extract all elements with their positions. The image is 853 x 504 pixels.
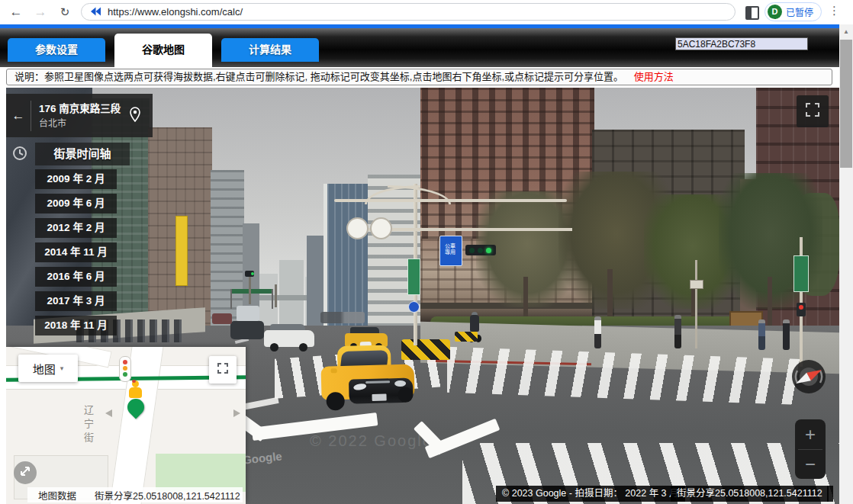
minimap-expand-button[interactable] (14, 461, 37, 484)
green-street-sign (407, 258, 420, 295)
traffic-light-icon (119, 356, 131, 382)
tab-parameters[interactable]: 参数设置 (8, 38, 105, 62)
timeline-item[interactable]: 2009 年 2 月 (35, 169, 117, 189)
bus-lane-sign: 公車專用 (439, 236, 462, 266)
distant-gantry (230, 289, 273, 294)
cars-distant (320, 312, 365, 323)
car (230, 321, 264, 339)
address-title: 176 南京東路三段 (39, 102, 130, 117)
taxi (320, 342, 420, 418)
clock-icon (12, 146, 27, 164)
panel-icon[interactable] (745, 6, 759, 20)
scroll-up-icon[interactable]: ▲ (839, 28, 853, 35)
map-data-label[interactable]: 地图数据 (38, 488, 76, 502)
profile-badge[interactable]: D 已暂停 (764, 2, 822, 21)
compass-control[interactable] (791, 359, 826, 394)
timeline-item[interactable]: 2009 年 6 月 (35, 194, 117, 213)
car-white (264, 323, 314, 352)
forward-icon[interactable]: → (31, 2, 50, 22)
address-text: 176 南京東路三段 台北市 (31, 102, 130, 130)
fullscreen-icon (806, 103, 819, 120)
wheel (398, 387, 414, 403)
back-icon[interactable]: ← (6, 2, 26, 22)
pedestrian (758, 319, 765, 350)
street-view-panel: 公車專用 (6, 88, 839, 504)
usage-link[interactable]: 使用方法 (634, 71, 674, 82)
signal-lens (469, 248, 475, 253)
round-sign (346, 217, 369, 239)
minimap-fullscreen-button[interactable] (209, 356, 237, 384)
license-plate (372, 393, 386, 400)
blue-round-sign (408, 301, 420, 313)
zoom-in-button[interactable]: + (795, 419, 826, 449)
timeline-item[interactable]: 2018 年 11 月 (35, 316, 117, 335)
gantry-post (272, 289, 273, 309)
mini-map[interactable]: 地图 ▾ 辽宁街 地图数据 (6, 347, 246, 504)
pedestrian (594, 316, 601, 348)
url-bar[interactable]: https://www.elongshi.com/calc/ (81, 3, 736, 21)
share-coords-label[interactable]: 街景分享25.0518008,121.5421112 (95, 488, 240, 502)
back-arrow-icon[interactable]: ← (6, 108, 31, 124)
map-type-label: 地图 (33, 361, 56, 377)
signal-pole (249, 275, 251, 304)
scrollbar[interactable]: ▲ (839, 24, 853, 504)
pegman-cap (132, 380, 136, 383)
signal-lens-green (251, 272, 254, 275)
bus-lane-sign-text: 公車專用 (444, 243, 456, 255)
reload-icon[interactable]: ↻ (55, 2, 75, 22)
fullscreen-icon (217, 363, 228, 377)
attribution-stub (827, 486, 833, 502)
tab-results[interactable]: 计算结果 (221, 38, 319, 62)
avatar: D (768, 5, 782, 19)
signal-lens (478, 248, 483, 253)
car (212, 313, 232, 324)
address-card: ← 176 南京東路三段 台北市 (6, 94, 153, 137)
round-sign (370, 217, 392, 239)
timeline-item[interactable]: 2014 年 11 月 (35, 242, 117, 262)
green-street-sign (793, 255, 809, 292)
pedestrian (783, 319, 790, 350)
chevron-down-icon: ▾ (60, 364, 64, 372)
minimap-attribution: 地图数据 街景分享25.0518008,121.5421112 (27, 487, 243, 502)
zoom-out-button[interactable]: − (795, 449, 826, 479)
gantry-post (230, 289, 232, 309)
google-watermark: © 2022 Google (310, 432, 433, 450)
instruction-text: 说明：参照卫星图像点选两点可获得海拔数据,右键点击可删除标记, 拖动标记可改变其… (14, 71, 623, 82)
map-park-block (156, 454, 246, 492)
instruction-bar: 说明：参照卫星图像点选两点可获得海拔数据,右键点击可删除标记, 拖动标记可改变其… (6, 69, 832, 85)
url-text[interactable]: https://www.elongshi.com/calc/ (108, 6, 243, 18)
nav-arrow-left[interactable] (105, 409, 112, 417)
timeline-item[interactable]: 2017 年 3 月 (35, 291, 117, 311)
signal-lens-red (799, 305, 803, 310)
pegman[interactable] (121, 380, 151, 423)
menu-icon[interactable]: ⋮ (829, 4, 839, 18)
share-coords-pill[interactable]: 街景分享25.0518008,121.5421112 (671, 486, 829, 502)
light-red (123, 360, 127, 364)
taxi-mirror (331, 368, 337, 373)
pedestrian (674, 315, 681, 348)
profile-status-label: 已暂停 (786, 5, 813, 18)
signal-pole (695, 260, 697, 348)
rider-body (470, 315, 479, 332)
timeline-item[interactable]: 2016 年 6 月 (35, 267, 117, 287)
browser-window: ← → ↻ https://www.elongshi.com/calc/ D 已… (0, 0, 853, 504)
copyright-pill: © 2023 Google - 拍摄日期： 2022 年 3 月 (496, 486, 685, 502)
vertical-banner-sign (175, 216, 188, 286)
signal-lens-green (486, 248, 491, 253)
street-name-label: 辽宁街 (81, 405, 95, 446)
tab-google-map[interactable]: 谷歌地图 (114, 34, 212, 67)
nav-arrow-right[interactable] (233, 409, 240, 417)
site-icon (91, 5, 101, 19)
fullscreen-button[interactable] (797, 95, 829, 127)
traffic-signal-horizontal (465, 245, 496, 255)
scrollbar-thumb[interactable] (840, 40, 852, 168)
session-code-input[interactable] (675, 37, 808, 50)
light-green (123, 372, 127, 377)
place-pin-icon[interactable] (130, 107, 153, 125)
expand-icon (19, 465, 31, 480)
map-type-button[interactable]: 地图 ▾ (18, 355, 78, 382)
timeline-title: 街景时间轴 (35, 143, 130, 165)
timeline-item[interactable]: 2012 年 2 月 (35, 218, 117, 238)
wheel (299, 343, 307, 352)
zoom-control: + − (795, 419, 826, 479)
